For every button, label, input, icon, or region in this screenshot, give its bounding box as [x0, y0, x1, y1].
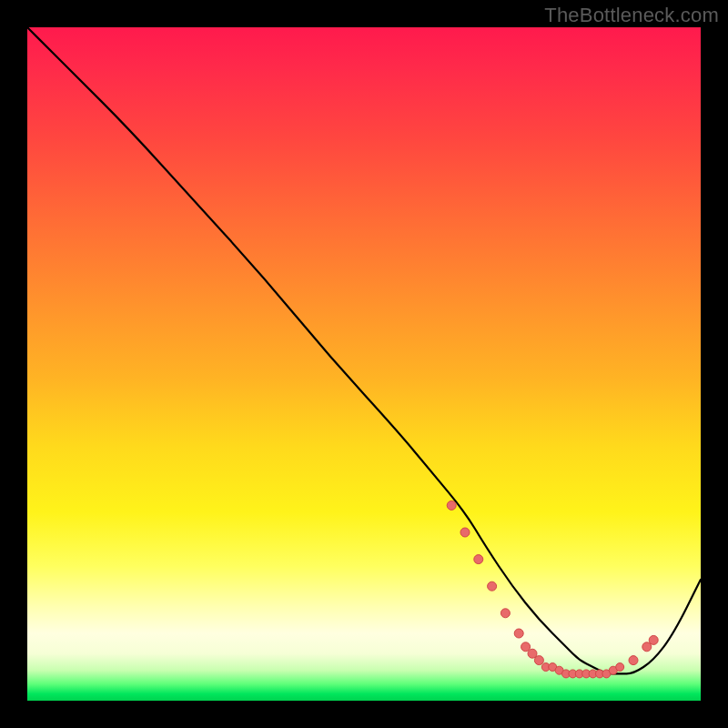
chart-plot-area	[27, 27, 701, 701]
curve-marker	[649, 635, 658, 644]
curve-markers-group	[447, 500, 658, 678]
page-root: TheBottleneck.com	[0, 0, 728, 728]
curve-marker	[514, 629, 523, 638]
curve-marker	[629, 656, 638, 665]
curve-marker	[474, 555, 483, 564]
curve-marker	[460, 528, 470, 537]
curve-marker	[534, 656, 543, 665]
curve-marker	[500, 609, 510, 618]
curve-marker	[616, 663, 624, 672]
curve-marker	[447, 500, 456, 510]
curve-marker	[521, 642, 531, 652]
curve-marker	[528, 649, 537, 658]
attribution-label: TheBottleneck.com	[544, 4, 719, 27]
bottleneck-curve	[27, 27, 701, 673]
curve-marker	[642, 642, 652, 652]
curve-marker	[488, 581, 497, 591]
chart-svg-layer	[27, 27, 701, 701]
